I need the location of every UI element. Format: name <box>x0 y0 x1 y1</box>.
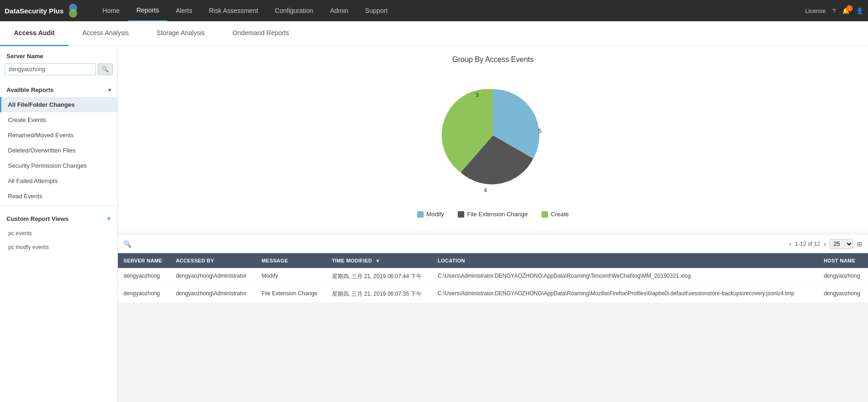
sidebar-item-all-file-folder-changes[interactable]: All File/Folder Changes <box>0 97 117 112</box>
top-navigation: DataSecurity Plus Home Reports Alerts Ri… <box>0 0 868 21</box>
legend-file-extension-change: File Extension Change <box>458 211 528 218</box>
available-reports-collapse-icon[interactable]: ▾ <box>108 87 111 93</box>
tab-access-analysis[interactable]: Access Analysis <box>68 21 142 46</box>
nav-right: License ? 🔔 1 👤 <box>805 7 863 14</box>
sidebar: Server Name 🔍 Availble Reports ▾ All Fil… <box>0 46 118 402</box>
table-row: dengyaozhong dengyaozhong\Administrator … <box>118 286 868 303</box>
server-name-search-button[interactable]: 🔍 <box>98 63 113 75</box>
cell-host-name: dengyaozhong <box>818 286 868 303</box>
nav-support[interactable]: Support <box>357 0 396 21</box>
server-name-label: Server Name <box>0 46 117 63</box>
available-reports-label: Availble Reports ▾ <box>0 80 117 97</box>
col-message: MESSAGE <box>256 253 326 268</box>
chart-legend: Modify File Extension Change Create <box>417 211 569 218</box>
sidebar-item-deleted-overwritten-files[interactable]: Deleted/Overwritten Files <box>0 143 117 158</box>
pie-chart-svg: 3 5 4 <box>424 73 562 198</box>
custom-report-pc-modfy-events[interactable]: pc modfy events <box>0 240 117 254</box>
next-page-button[interactable]: › <box>824 240 826 248</box>
sidebar-item-security-permission-changes[interactable]: Security Permission Changes <box>0 158 117 173</box>
cell-server-name: dengyaozhong <box>118 286 170 303</box>
table-section: 🔍 ‹ 1-12 of 12 › 25 50 100 ⊞ <box>118 235 868 303</box>
pie-label-3: 3 <box>475 91 479 98</box>
add-custom-report-button[interactable]: + <box>107 214 111 223</box>
cell-time-modified: 星期四, 三月 21, 2019 06:07:44 下午 <box>326 268 432 286</box>
table-row: dengyaozhong dengyaozhong\Administrator … <box>118 268 868 286</box>
tab-access-audit[interactable]: Access Audit <box>0 21 68 46</box>
legend-modify: Modify <box>417 211 444 218</box>
custom-report-pc-events[interactable]: pc events <box>0 226 117 240</box>
page-size-select[interactable]: 25 50 100 <box>830 239 853 249</box>
table-header-row: SERVER NAME ACCESSED BY MESSAGE TIME MOD… <box>118 253 868 268</box>
user-avatar[interactable]: 👤 <box>856 7 863 14</box>
nav-admin[interactable]: Admin <box>322 0 357 21</box>
col-host-name: HOST NAME <box>818 253 868 268</box>
col-time-modified[interactable]: TIME MODIFIED ▼ <box>326 253 432 268</box>
pie-label-4: 4 <box>484 187 487 194</box>
cell-server-name: dengyaozhong <box>118 268 170 286</box>
prev-page-button[interactable]: ‹ <box>789 240 792 248</box>
nav-home[interactable]: Home <box>94 0 128 21</box>
legend-create: Create <box>542 211 569 218</box>
col-accessed-by: ACCESSED BY <box>170 253 256 268</box>
page-info: 1-12 of 12 <box>795 241 820 247</box>
data-table: SERVER NAME ACCESSED BY MESSAGE TIME MOD… <box>118 253 868 303</box>
nav-risk-assessment[interactable]: Risk Assessment <box>201 0 267 21</box>
tab-ondemand-reports[interactable]: Ondemand Reports <box>219 21 303 46</box>
main-layout: Server Name 🔍 Availble Reports ▾ All Fil… <box>0 46 868 402</box>
chart-section: Group By Access Events 3 5 4 <box>118 46 868 231</box>
cell-location: C:\Users\Administrator.DENGYAOZHONG\AppD… <box>432 286 818 303</box>
sub-navigation: Access Audit Access Analysis Storage Ana… <box>0 21 868 46</box>
sort-icon-time-modified: ▼ <box>376 258 380 263</box>
logo: DataSecurity Plus <box>5 3 80 18</box>
cell-time-modified: 星期四, 三月 21, 2019 06:07:35 下午 <box>326 286 432 303</box>
tab-storage-analysis[interactable]: Storage Analysis <box>143 21 219 46</box>
logo-icon <box>66 3 80 18</box>
cell-location: C:\Users\Administrator.DENGYAOZHONG\AppD… <box>432 268 818 286</box>
nav-alerts[interactable]: Alerts <box>167 0 201 21</box>
pie-label-5: 5 <box>538 128 542 134</box>
column-settings-button[interactable]: ⊞ <box>857 240 862 248</box>
table-pagination: ‹ 1-12 of 12 › 25 50 100 ⊞ <box>789 239 862 249</box>
sidebar-item-all-failed-attempts[interactable]: All Failed Attempts <box>0 173 117 189</box>
notification-badge: 1 <box>846 5 853 12</box>
chart-container: 3 5 4 Modify File Extension Change <box>132 73 854 218</box>
license-link[interactable]: License <box>805 7 826 14</box>
svg-point-1 <box>69 9 77 18</box>
sidebar-item-renamed-moved-events[interactable]: Renamed/Moved Events <box>0 128 117 143</box>
col-location: LOCATION <box>432 253 818 268</box>
content-area: Group By Access Events 3 5 4 <box>118 46 868 402</box>
sidebar-item-read-events[interactable]: Read Events <box>0 189 117 204</box>
nav-reports[interactable]: Reports <box>128 0 167 21</box>
cell-host-name: dengyaozhong <box>818 268 868 286</box>
sidebar-item-create-events[interactable]: Create Events <box>0 112 117 128</box>
nav-configuration[interactable]: Configuration <box>266 0 321 21</box>
cell-accessed-by: dengyaozhong\Administrator <box>170 286 256 303</box>
legend-color-modify <box>417 211 424 218</box>
nav-links: Home Reports Alerts Risk Assessment Conf… <box>94 0 805 21</box>
server-name-search-row: 🔍 <box>0 63 117 80</box>
cell-message: File Extension Change <box>256 286 326 303</box>
cell-message: Modify <box>256 268 326 286</box>
legend-color-create <box>542 211 548 218</box>
custom-report-views-label: Custom Report Views + <box>0 208 117 226</box>
help-icon[interactable]: ? <box>832 7 836 14</box>
chart-title: Group By Access Events <box>132 55 854 64</box>
legend-color-file-extension-change <box>458 211 464 218</box>
notification-bell[interactable]: 🔔 1 <box>842 7 850 14</box>
logo-text: DataSecurity Plus <box>5 7 64 15</box>
sidebar-divider <box>0 206 117 206</box>
pie-chart: 3 5 4 <box>424 73 562 202</box>
col-server-name: SERVER NAME <box>118 253 170 268</box>
cell-accessed-by: dengyaozhong\Administrator <box>170 268 256 286</box>
table-toolbar: 🔍 ‹ 1-12 of 12 › 25 50 100 ⊞ <box>118 235 868 253</box>
server-name-input[interactable] <box>5 63 96 75</box>
table-search-icon[interactable]: 🔍 <box>123 240 131 248</box>
